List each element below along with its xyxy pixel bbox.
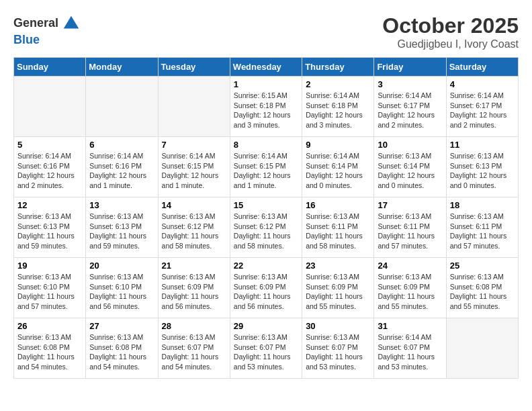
day-number: 10 (378, 140, 442, 150)
calendar-day: 9Sunrise: 6:14 AM Sunset: 6:14 PM Daylig… (302, 137, 374, 197)
day-number: 18 (450, 200, 515, 210)
calendar-day: 18Sunrise: 6:13 AM Sunset: 6:11 PM Dayli… (446, 197, 518, 258)
calendar-day: 13Sunrise: 6:13 AM Sunset: 6:13 PM Dayli… (86, 197, 158, 258)
day-info: Sunrise: 6:13 AM Sunset: 6:07 PM Dayligh… (306, 332, 370, 372)
day-info: Sunrise: 6:13 AM Sunset: 6:10 PM Dayligh… (89, 272, 154, 312)
calendar-day: 30Sunrise: 6:13 AM Sunset: 6:07 PM Dayli… (302, 318, 374, 379)
calendar-day: 22Sunrise: 6:13 AM Sunset: 6:09 PM Dayli… (230, 258, 302, 318)
calendar-day: 10Sunrise: 6:13 AM Sunset: 6:14 PM Dayli… (374, 137, 446, 197)
calendar-week-row: 5Sunrise: 6:14 AM Sunset: 6:16 PM Daylig… (14, 137, 519, 197)
day-number: 7 (162, 140, 226, 150)
weekday-header-monday: Monday (86, 58, 158, 77)
day-info: Sunrise: 6:13 AM Sunset: 6:07 PM Dayligh… (162, 332, 226, 372)
calendar-day: 12Sunrise: 6:13 AM Sunset: 6:13 PM Dayli… (14, 197, 86, 258)
day-number: 3 (378, 79, 442, 89)
calendar-week-row: 1Sunrise: 6:15 AM Sunset: 6:18 PM Daylig… (14, 77, 519, 137)
day-number: 1 (234, 79, 298, 89)
day-info: Sunrise: 6:14 AM Sunset: 6:15 PM Dayligh… (234, 151, 298, 191)
day-number: 24 (378, 261, 442, 271)
weekday-header-saturday: Saturday (446, 58, 518, 77)
day-number: 5 (17, 140, 82, 150)
calendar-day: 7Sunrise: 6:14 AM Sunset: 6:15 PM Daylig… (158, 137, 230, 197)
weekday-header-sunday: Sunday (14, 58, 86, 77)
day-info: Sunrise: 6:14 AM Sunset: 6:16 PM Dayligh… (89, 151, 154, 191)
calendar-day (158, 77, 230, 137)
page-header: General Blue October 2025 Guedjigbeu I, … (13, 13, 519, 50)
logo: General Blue (13, 13, 81, 47)
day-number: 28 (162, 321, 226, 331)
day-number: 26 (17, 321, 82, 331)
day-info: Sunrise: 6:13 AM Sunset: 6:12 PM Dayligh… (234, 212, 298, 251)
calendar-day: 16Sunrise: 6:13 AM Sunset: 6:11 PM Dayli… (302, 197, 374, 258)
day-info: Sunrise: 6:13 AM Sunset: 6:10 PM Dayligh… (17, 272, 82, 312)
weekday-header-tuesday: Tuesday (158, 58, 230, 77)
calendar-day: 19Sunrise: 6:13 AM Sunset: 6:10 PM Dayli… (14, 258, 86, 318)
day-info: Sunrise: 6:13 AM Sunset: 6:09 PM Dayligh… (234, 272, 298, 312)
calendar-day: 25Sunrise: 6:13 AM Sunset: 6:08 PM Dayli… (446, 258, 518, 318)
calendar-day: 28Sunrise: 6:13 AM Sunset: 6:07 PM Dayli… (158, 318, 230, 379)
day-number: 2 (306, 79, 370, 89)
day-number: 27 (89, 321, 154, 331)
day-info: Sunrise: 6:15 AM Sunset: 6:18 PM Dayligh… (234, 91, 298, 130)
logo-blue-text: Blue (13, 34, 81, 47)
day-number: 13 (89, 200, 154, 210)
day-info: Sunrise: 6:13 AM Sunset: 6:12 PM Dayligh… (162, 212, 226, 251)
title-section: October 2025 Guedjigbeu I, Ivory Coast (382, 13, 519, 50)
day-number: 12 (17, 200, 82, 210)
calendar-day: 26Sunrise: 6:13 AM Sunset: 6:08 PM Dayli… (14, 318, 86, 379)
day-info: Sunrise: 6:13 AM Sunset: 6:07 PM Dayligh… (234, 332, 298, 372)
calendar-day: 21Sunrise: 6:13 AM Sunset: 6:09 PM Dayli… (158, 258, 230, 318)
day-info: Sunrise: 6:14 AM Sunset: 6:15 PM Dayligh… (162, 151, 226, 191)
day-info: Sunrise: 6:13 AM Sunset: 6:09 PM Dayligh… (306, 272, 370, 312)
day-number: 25 (450, 261, 515, 271)
calendar-day: 3Sunrise: 6:14 AM Sunset: 6:17 PM Daylig… (374, 77, 446, 137)
day-number: 8 (234, 140, 298, 150)
day-number: 23 (306, 261, 370, 271)
calendar-day: 23Sunrise: 6:13 AM Sunset: 6:09 PM Dayli… (302, 258, 374, 318)
day-info: Sunrise: 6:13 AM Sunset: 6:13 PM Dayligh… (450, 151, 515, 191)
day-info: Sunrise: 6:14 AM Sunset: 6:17 PM Dayligh… (450, 91, 515, 130)
location-title: Guedjigbeu I, Ivory Coast (382, 38, 519, 50)
day-info: Sunrise: 6:13 AM Sunset: 6:11 PM Dayligh… (378, 212, 442, 251)
calendar-day: 20Sunrise: 6:13 AM Sunset: 6:10 PM Dayli… (86, 258, 158, 318)
day-number: 15 (234, 200, 298, 210)
day-number: 6 (89, 140, 154, 150)
calendar-day (446, 318, 518, 379)
day-number: 9 (306, 140, 370, 150)
svg-marker-0 (64, 16, 79, 29)
day-info: Sunrise: 6:14 AM Sunset: 6:16 PM Dayligh… (17, 151, 82, 191)
calendar-day: 2Sunrise: 6:14 AM Sunset: 6:18 PM Daylig… (302, 77, 374, 137)
weekday-header-wednesday: Wednesday (230, 58, 302, 77)
day-number: 30 (306, 321, 370, 331)
calendar-day: 4Sunrise: 6:14 AM Sunset: 6:17 PM Daylig… (446, 77, 518, 137)
day-info: Sunrise: 6:13 AM Sunset: 6:13 PM Dayligh… (17, 212, 82, 251)
day-info: Sunrise: 6:13 AM Sunset: 6:08 PM Dayligh… (17, 332, 82, 372)
day-number: 16 (306, 200, 370, 210)
day-number: 29 (234, 321, 298, 331)
day-info: Sunrise: 6:13 AM Sunset: 6:09 PM Dayligh… (378, 272, 442, 312)
day-number: 11 (450, 140, 515, 150)
calendar-day: 11Sunrise: 6:13 AM Sunset: 6:13 PM Dayli… (446, 137, 518, 197)
day-info: Sunrise: 6:13 AM Sunset: 6:09 PM Dayligh… (162, 272, 226, 312)
calendar-day: 8Sunrise: 6:14 AM Sunset: 6:15 PM Daylig… (230, 137, 302, 197)
calendar-day: 14Sunrise: 6:13 AM Sunset: 6:12 PM Dayli… (158, 197, 230, 258)
day-info: Sunrise: 6:13 AM Sunset: 6:11 PM Dayligh… (306, 212, 370, 251)
day-info: Sunrise: 6:14 AM Sunset: 6:07 PM Dayligh… (378, 332, 442, 372)
day-number: 31 (378, 321, 442, 331)
calendar-header-row: SundayMondayTuesdayWednesdayThursdayFrid… (14, 58, 519, 77)
calendar-day (14, 77, 86, 137)
logo-general-text: General (13, 17, 58, 30)
calendar-day: 17Sunrise: 6:13 AM Sunset: 6:11 PM Dayli… (374, 197, 446, 258)
day-info: Sunrise: 6:14 AM Sunset: 6:14 PM Dayligh… (306, 151, 370, 191)
weekday-header-friday: Friday (374, 58, 446, 77)
calendar-week-row: 19Sunrise: 6:13 AM Sunset: 6:10 PM Dayli… (14, 258, 519, 318)
day-info: Sunrise: 6:14 AM Sunset: 6:18 PM Dayligh… (306, 91, 370, 130)
month-title: October 2025 (382, 13, 519, 38)
day-number: 4 (450, 79, 515, 89)
calendar-day: 6Sunrise: 6:14 AM Sunset: 6:16 PM Daylig… (86, 137, 158, 197)
day-info: Sunrise: 6:14 AM Sunset: 6:17 PM Dayligh… (378, 91, 442, 130)
day-info: Sunrise: 6:13 AM Sunset: 6:08 PM Dayligh… (89, 332, 154, 372)
day-number: 19 (17, 261, 82, 271)
day-info: Sunrise: 6:13 AM Sunset: 6:08 PM Dayligh… (450, 272, 515, 312)
day-number: 22 (234, 261, 298, 271)
